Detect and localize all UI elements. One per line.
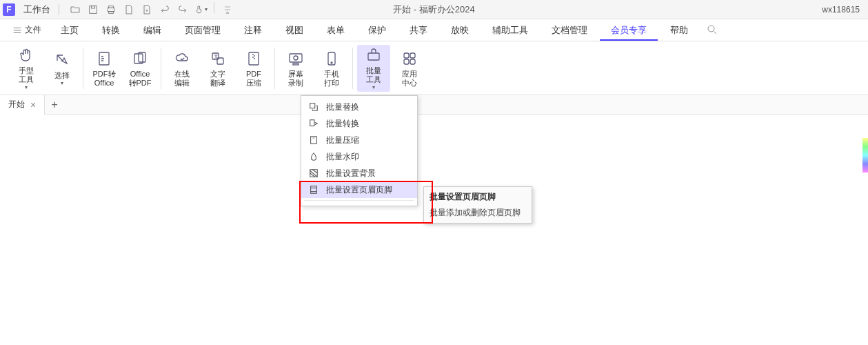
batch-replace-item[interactable]: 批量替换 xyxy=(301,99,417,115)
tooltip: 批量设置页眉页脚 批量添加或删除页眉页脚 xyxy=(423,186,532,224)
menu-help[interactable]: 帮助 xyxy=(659,20,699,41)
compress-icon xyxy=(244,49,263,68)
select-icon xyxy=(52,50,72,70)
svg-rect-2 xyxy=(108,8,114,11)
add-tab-button[interactable]: + xyxy=(45,99,64,111)
hand-tool-button[interactable]: 手型 工具 ▾ xyxy=(10,45,43,92)
menu-edit[interactable]: 编辑 xyxy=(132,20,172,41)
replace-icon xyxy=(308,101,319,112)
svg-rect-18 xyxy=(293,63,299,65)
select-tool-label: 选择 xyxy=(54,71,70,80)
online-edit-button[interactable]: 在线 编辑 xyxy=(165,45,199,92)
svg-rect-16 xyxy=(249,52,259,65)
screen-record-button[interactable]: 屏幕 录制 xyxy=(279,45,312,92)
batch-compress-item[interactable]: 批量压缩 xyxy=(301,132,417,148)
ribbon-toolbar: 手型 工具 ▾ 选择 ▾ PDF转 Office Office 转PDF 在线 … xyxy=(0,41,868,95)
chevron-down-icon: ▾ xyxy=(372,84,375,90)
batch-tools-dropdown: 批量替换 批量转换 批量压缩 批量水印 批量设置背景 批量设置页眉页脚 xyxy=(301,95,418,206)
svg-rect-28 xyxy=(310,120,314,126)
app-logo-icon: F xyxy=(3,3,15,16)
save-icon[interactable] xyxy=(85,2,101,17)
svg-rect-17 xyxy=(290,54,302,62)
dd-label: 批量设置背景 xyxy=(326,168,376,179)
color-strip-icon[interactable] xyxy=(862,138,868,172)
svg-point-19 xyxy=(294,56,298,60)
menu-home[interactable]: 主页 xyxy=(50,20,90,41)
file-menu[interactable]: 文件 xyxy=(6,21,48,39)
screen-record-label: 屏幕 录制 xyxy=(288,70,303,88)
export-icon[interactable] xyxy=(139,2,154,17)
menu-accessibility[interactable]: 辅助工具 xyxy=(481,20,539,41)
svg-line-9 xyxy=(714,31,716,34)
office-icon xyxy=(130,49,150,68)
svg-point-21 xyxy=(331,62,332,63)
dd-label: 批量转换 xyxy=(326,118,359,130)
office-to-pdf-button[interactable]: Office 转PDF xyxy=(123,45,157,92)
open-icon[interactable] xyxy=(68,2,83,17)
hand-tool-label: 手型 工具 xyxy=(19,66,34,84)
svg-rect-24 xyxy=(410,53,415,58)
header-footer-icon xyxy=(308,184,319,195)
batch-tools-button[interactable]: 批量 工具 ▾ xyxy=(357,45,390,92)
user-label[interactable]: wx118615 xyxy=(822,5,865,14)
svg-rect-26 xyxy=(410,59,415,64)
tooltip-description: 批量添加或删除页眉页脚 xyxy=(430,207,526,219)
translate-icon: 文 xyxy=(208,49,228,68)
pdf-to-office-label: PDF转 Office xyxy=(93,70,116,88)
dd-label: 批量水印 xyxy=(326,151,359,163)
batch-watermark-item[interactable]: 批量水印 xyxy=(301,148,417,165)
print-icon[interactable] xyxy=(103,2,119,17)
menu-share[interactable]: 共享 xyxy=(398,20,438,41)
redo-icon[interactable] xyxy=(175,2,190,17)
dropdown-icon[interactable] xyxy=(220,2,235,17)
tab-label: 开始 xyxy=(8,99,25,110)
window-title: 开始 - 福昕办公2024 xyxy=(393,3,474,16)
pdf-to-office-button[interactable]: PDF转 Office xyxy=(88,45,121,92)
dd-label: 批量设置页眉页脚 xyxy=(326,184,392,196)
separator xyxy=(214,2,214,13)
menu-vip[interactable]: 会员专享 xyxy=(600,20,658,41)
title-bar: F 工作台 ▾ 开始 - 福昕办公2024 wx118615 xyxy=(0,0,868,19)
touch-icon[interactable]: ▾ xyxy=(193,2,208,17)
compress-small-icon xyxy=(308,135,319,146)
svg-point-8 xyxy=(708,26,714,32)
batch-background-item[interactable]: 批量设置背景 xyxy=(301,165,417,181)
dd-label: 批量替换 xyxy=(326,101,359,113)
compress-button[interactable]: PDF 压缩 xyxy=(237,45,270,92)
translate-button[interactable]: 文 文字 翻译 xyxy=(201,45,234,92)
menu-convert[interactable]: 转换 xyxy=(91,20,131,41)
menu-protect[interactable]: 保护 xyxy=(357,20,397,41)
menu-present[interactable]: 放映 xyxy=(440,20,480,41)
app-center-button[interactable]: 应用 中心 xyxy=(393,45,426,92)
search-icon[interactable] xyxy=(706,23,720,37)
batch-tools-label: 批量 工具 xyxy=(366,66,381,84)
office-to-pdf-label: Office 转PDF xyxy=(129,70,152,88)
file-menu-label: 文件 xyxy=(25,24,41,36)
svg-rect-23 xyxy=(404,53,409,58)
batch-header-footer-item[interactable]: 批量设置页眉页脚 xyxy=(301,181,417,198)
menu-form[interactable]: 表单 xyxy=(316,20,356,41)
chevron-down-icon: ▾ xyxy=(61,80,63,86)
menu-view[interactable]: 视图 xyxy=(274,20,314,41)
apps-icon xyxy=(400,49,419,68)
separator xyxy=(59,4,59,15)
page-icon[interactable] xyxy=(121,2,137,17)
workbench-label[interactable]: 工作台 xyxy=(18,3,56,16)
menu-comment[interactable]: 注释 xyxy=(233,20,273,41)
tab-start[interactable]: 开始 × xyxy=(0,95,45,115)
undo-icon[interactable] xyxy=(157,2,172,17)
app-center-label: 应用 中心 xyxy=(402,70,417,88)
hand-icon xyxy=(17,46,36,65)
convert-icon xyxy=(308,118,319,129)
batch-convert-item[interactable]: 批量转换 xyxy=(301,115,417,132)
svg-rect-4 xyxy=(109,11,114,13)
close-icon[interactable]: × xyxy=(30,99,36,110)
quick-access-toolbar: ▾ xyxy=(68,2,235,17)
menu-page-manage[interactable]: 页面管理 xyxy=(174,20,232,41)
menu-doc-manage[interactable]: 文档管理 xyxy=(541,20,598,41)
toolbox-icon xyxy=(364,46,383,65)
mobile-print-button[interactable]: 手机 打印 xyxy=(315,45,348,92)
mobile-print-label: 手机 打印 xyxy=(324,70,339,88)
select-tool-button[interactable]: 选择 ▾ xyxy=(46,45,79,92)
watermark-icon xyxy=(308,151,319,162)
